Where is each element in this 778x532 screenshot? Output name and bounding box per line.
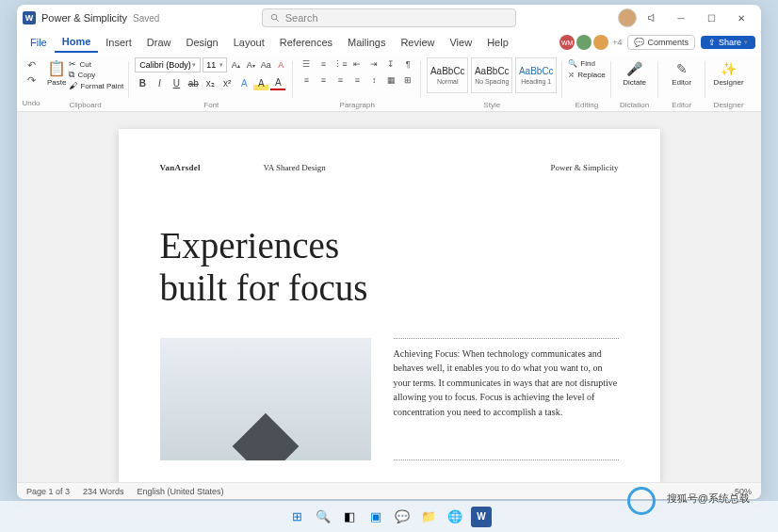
document-page[interactable]: VanArsdel VA Shared Design Power & Simpl… — [119, 129, 660, 482]
tab-layout[interactable]: Layout — [226, 33, 272, 52]
tab-mailings[interactable]: Mailings — [340, 33, 393, 52]
replace-button[interactable]: ⤭Replace — [568, 71, 605, 79]
tab-view[interactable]: View — [442, 33, 479, 52]
shrink-font-button[interactable]: A▾ — [244, 58, 257, 72]
word-taskbar-icon[interactable]: W — [471, 507, 492, 527]
paste-button[interactable]: 📋 Paste — [47, 57, 66, 87]
style-heading1[interactable]: AaBbCcHeading 1 — [515, 57, 557, 93]
undo-icon[interactable]: ↶ — [27, 59, 36, 72]
align-right-button[interactable]: ≡ — [332, 73, 348, 87]
dictation-group-label: Dictation — [611, 101, 658, 109]
widgets-icon[interactable]: ▣ — [365, 507, 386, 527]
designer-button[interactable]: ✨Designer — [711, 57, 747, 87]
numbering-button[interactable]: ≡ — [316, 57, 331, 71]
font-name-select[interactable]: Calibri (Body)▾ — [135, 57, 201, 73]
shading-button[interactable]: ▦ — [383, 73, 398, 87]
borders-button[interactable]: ⊞ — [400, 73, 415, 87]
highlight-button[interactable]: A — [253, 75, 268, 90]
status-page[interactable]: Page 1 of 3 — [26, 487, 70, 496]
redo-icon[interactable]: ↷ — [27, 74, 36, 87]
decrease-indent-button[interactable]: ⇤ — [349, 57, 365, 71]
underline-button[interactable]: U — [169, 75, 184, 90]
line-spacing-button[interactable]: ↕ — [366, 73, 381, 87]
editor-label: Editor — [672, 78, 691, 87]
document-canvas[interactable]: VanArsdel VA Shared Design Power & Simpl… — [17, 112, 761, 482]
style-preview: AaBbCc — [430, 66, 465, 76]
paste-label: Paste — [47, 78, 66, 87]
task-view-icon[interactable]: ◧ — [339, 507, 360, 527]
style-name: Normal — [437, 78, 459, 85]
presence-avatars[interactable]: WM +4 — [559, 35, 622, 50]
comments-label: Comments — [647, 38, 689, 47]
multilevel-button[interactable]: ⋮≡ — [332, 57, 348, 71]
share-button[interactable]: ⇪ Share ▾ — [701, 36, 755, 49]
doc-title[interactable]: Experiences built for focus — [160, 225, 619, 310]
tab-insert[interactable]: Insert — [98, 33, 139, 52]
presence-avatar[interactable]: WM — [559, 35, 575, 50]
tab-draw[interactable]: Draw — [139, 33, 179, 52]
taskbar-search-icon[interactable]: 🔍 — [313, 507, 333, 527]
dictate-label: Dictate — [623, 78, 646, 87]
search-icon — [270, 13, 280, 23]
user-avatar[interactable] — [618, 8, 637, 27]
strikethrough-button[interactable]: ab — [186, 75, 201, 90]
megaphone-icon[interactable] — [644, 9, 661, 26]
tab-review[interactable]: Review — [393, 33, 442, 52]
presence-avatar[interactable] — [593, 35, 608, 50]
doc-image-placeholder[interactable] — [160, 338, 371, 460]
edge-icon[interactable]: 🌐 — [445, 507, 465, 527]
watermark-badge-icon — [627, 487, 656, 515]
paragraph-group: ☰ ≡ ⋮≡ ⇤ ⇥ ↧ ¶ ≡ ≡ ≡ ≡ ↕ ▦ ⊞ P — [293, 56, 421, 111]
cut-button[interactable]: ✂Cut — [69, 59, 123, 69]
tab-help[interactable]: Help — [479, 33, 516, 52]
style-no-spacing[interactable]: AaBbCcNo Spacing — [471, 57, 512, 93]
copy-button[interactable]: ⧉Copy — [69, 70, 123, 80]
tab-file[interactable]: File — [23, 33, 55, 52]
doc-body-text[interactable]: Achieving Focus: When technology communi… — [394, 338, 619, 460]
font-size-select[interactable]: 11▾ — [203, 57, 227, 73]
maximize-button[interactable]: ☐ — [697, 7, 725, 29]
style-normal[interactable]: AaBbCcNormal — [427, 57, 468, 93]
dictate-button[interactable]: 🎤Dictate — [617, 57, 653, 87]
grow-font-button[interactable]: A▴ — [229, 58, 242, 72]
clear-format-button[interactable]: A — [274, 58, 287, 72]
change-case-button[interactable]: Aa — [259, 58, 272, 72]
font-color-button[interactable]: A — [270, 75, 285, 90]
increase-indent-button[interactable]: ⇥ — [366, 57, 381, 71]
status-language[interactable]: English (United States) — [137, 487, 223, 496]
editing-group-label: Editing — [562, 101, 610, 109]
find-button[interactable]: 🔍Find — [568, 59, 595, 68]
page-header: VanArsdel VA Shared Design Power & Simpl… — [160, 163, 619, 172]
superscript-button[interactable]: x² — [219, 75, 235, 90]
comments-button[interactable]: 💬 Comments — [627, 35, 695, 50]
presence-avatar[interactable] — [576, 35, 592, 50]
search-box[interactable]: Search — [262, 8, 516, 27]
tab-design[interactable]: Design — [178, 33, 225, 52]
align-left-button[interactable]: ≡ — [299, 73, 314, 87]
align-center-button[interactable]: ≡ — [316, 73, 331, 87]
close-button[interactable]: ✕ — [727, 7, 755, 29]
style-preview: AaBbCc — [519, 66, 554, 76]
sort-button[interactable]: ↧ — [383, 57, 398, 71]
tab-references[interactable]: References — [272, 33, 340, 52]
explorer-icon[interactable]: 📁 — [418, 507, 439, 527]
text-effects-button[interactable]: A — [236, 75, 251, 90]
italic-button[interactable]: I — [152, 75, 167, 90]
teams-icon[interactable]: 💬 — [392, 507, 413, 527]
chevron-down-icon: ▾ — [219, 61, 223, 69]
start-button[interactable]: ⊞ — [286, 507, 307, 527]
doc-brand: VanArsdel — [160, 163, 264, 172]
check-icon: ✎ — [676, 61, 688, 76]
bullets-button[interactable]: ☰ — [299, 57, 314, 71]
status-words[interactable]: 234 Words — [83, 487, 123, 496]
tab-home[interactable]: Home — [55, 32, 99, 53]
presence-more[interactable]: +4 — [612, 38, 622, 47]
subscript-button[interactable]: x₂ — [203, 75, 218, 90]
minimize-button[interactable]: ─ — [667, 7, 695, 29]
format-painter-button[interactable]: 🖌Format Paint — [69, 81, 123, 90]
bold-button[interactable]: B — [135, 75, 150, 90]
editor-button[interactable]: ✎Editor — [664, 57, 700, 87]
show-marks-button[interactable]: ¶ — [400, 57, 415, 71]
clipboard-icon: 📋 — [47, 59, 66, 77]
justify-button[interactable]: ≡ — [349, 73, 365, 87]
